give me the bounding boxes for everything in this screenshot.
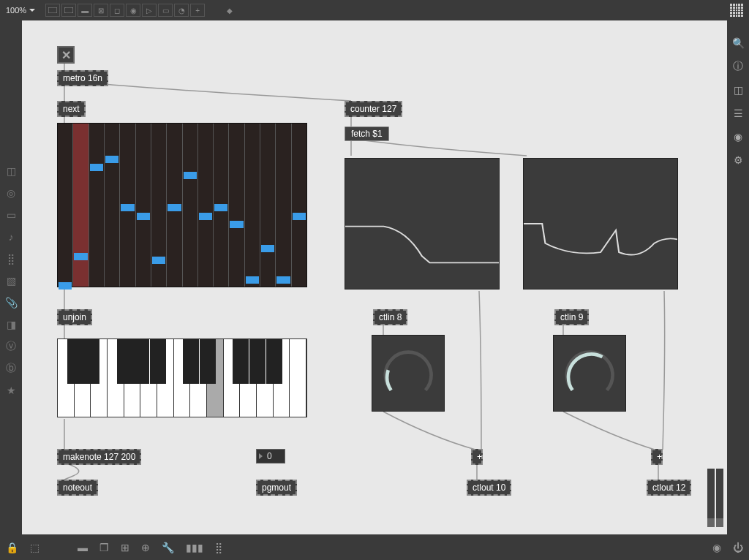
- noteout-object[interactable]: noteout: [57, 480, 98, 496]
- ctlout10-object[interactable]: ctlout 10: [467, 480, 511, 496]
- counter-object[interactable]: counter 127: [345, 101, 402, 117]
- cube-icon[interactable]: ◫: [4, 164, 18, 178]
- makenote-object[interactable]: makenote 127 200: [57, 449, 141, 465]
- patcher-canvas[interactable]: ✕ metro 16n next counter 127 fetch $1 un…: [22, 20, 727, 534]
- lock-icon[interactable]: 🔒: [6, 542, 18, 553]
- plus1-object[interactable]: +: [471, 449, 483, 465]
- right-sidebar: 🔍 ⓘ ◫ ☰ ◉ ⚙: [727, 20, 749, 534]
- keyboard-object[interactable]: [57, 338, 307, 417]
- left-sidebar: ◫ ◎ ▭ ♪ ⣿ ▧ 📎 ◨ ⓥ ⓑ ★: [0, 20, 22, 534]
- ctlin8-object[interactable]: ctlin 8: [373, 309, 407, 325]
- multislider[interactable]: [57, 123, 307, 287]
- split-icon[interactable]: ◫: [731, 83, 745, 97]
- tool-bang-icon[interactable]: ⊠: [94, 4, 108, 17]
- plus2-object[interactable]: +: [651, 449, 663, 465]
- bars-icon[interactable]: ▮▮▮: [186, 542, 203, 553]
- transport-icon[interactable]: ◉: [712, 542, 721, 553]
- grid2-icon[interactable]: ⣿: [215, 542, 222, 553]
- search-icon[interactable]: 🔍: [731, 37, 745, 50]
- top-right-grid-icon[interactable]: [730, 4, 743, 17]
- toggle-object[interactable]: ✕: [57, 46, 75, 64]
- svg-rect-0: [48, 7, 57, 13]
- unjoin-object[interactable]: unjoin: [57, 309, 92, 325]
- fetch-message[interactable]: fetch $1: [345, 126, 389, 141]
- tool-paint-icon[interactable]: ◆: [222, 4, 237, 17]
- tool-message-icon[interactable]: [61, 4, 76, 17]
- b-icon[interactable]: ⓑ: [4, 362, 18, 375]
- scope-2[interactable]: [523, 158, 678, 290]
- star-icon[interactable]: ★: [4, 384, 18, 397]
- power-icon[interactable]: ⏻: [733, 542, 743, 553]
- metro-object[interactable]: metro 16n: [57, 70, 108, 86]
- align-icon[interactable]: ⊕: [141, 542, 150, 553]
- tool-button-icon[interactable]: ◉: [126, 4, 140, 17]
- present-icon[interactable]: ▬: [78, 542, 88, 553]
- rect-icon[interactable]: ▭: [4, 208, 18, 222]
- scope-1[interactable]: [345, 158, 500, 290]
- pgmout-object[interactable]: pgmout: [256, 480, 297, 496]
- zoom-dropdown[interactable]: 100%: [6, 6, 35, 15]
- tool-number-icon[interactable]: ▷: [142, 4, 157, 17]
- mixer-icon[interactable]: ⚙: [731, 154, 745, 167]
- dial-2[interactable]: [553, 335, 626, 412]
- layers-icon[interactable]: ❐: [99, 542, 109, 553]
- dial-1[interactable]: [372, 335, 445, 412]
- clip-icon[interactable]: 📎: [4, 296, 18, 309]
- list-icon[interactable]: ☰: [731, 107, 745, 120]
- tool-add-icon[interactable]: +: [190, 4, 205, 17]
- select-icon[interactable]: ⬚: [30, 542, 39, 553]
- sliders-icon[interactable]: ⣿: [4, 252, 18, 265]
- image-icon[interactable]: ▧: [4, 274, 18, 287]
- tool-toggle-icon[interactable]: ◻: [110, 4, 124, 17]
- ctlin9-object[interactable]: ctlin 9: [554, 309, 589, 325]
- ctlout12-object[interactable]: ctlout 12: [647, 480, 691, 496]
- tool-comment-icon[interactable]: ▬: [78, 4, 92, 17]
- grid-snap-icon[interactable]: ⊞: [121, 542, 129, 553]
- note-icon[interactable]: ♪: [4, 230, 18, 243]
- camera-icon[interactable]: ◉: [731, 130, 745, 143]
- plug-icon[interactable]: ◨: [4, 318, 18, 331]
- svg-rect-1: [64, 7, 73, 13]
- wrench-icon[interactable]: 🔧: [162, 542, 174, 553]
- tool-slider-icon[interactable]: ▭: [158, 4, 173, 17]
- bottom-toolbar: 🔒 ⬚ ▬ ❐ ⊞ ⊕ 🔧 ▮▮▮ ⣿ ◉ ⏻: [0, 534, 749, 560]
- output-meters: [707, 469, 723, 527]
- top-toolbar: 100% ▬ ⊠ ◻ ◉ ▷ ▭ ◔ + ◆: [0, 0, 749, 20]
- v-icon[interactable]: ⓥ: [4, 340, 18, 353]
- numbox[interactable]: 0: [256, 449, 285, 463]
- circle-icon[interactable]: ◎: [4, 186, 18, 200]
- tool-object-icon[interactable]: [45, 4, 60, 17]
- info-icon[interactable]: ⓘ: [731, 60, 745, 73]
- next-object[interactable]: next: [57, 101, 86, 117]
- tool-dial-icon[interactable]: ◔: [174, 4, 189, 17]
